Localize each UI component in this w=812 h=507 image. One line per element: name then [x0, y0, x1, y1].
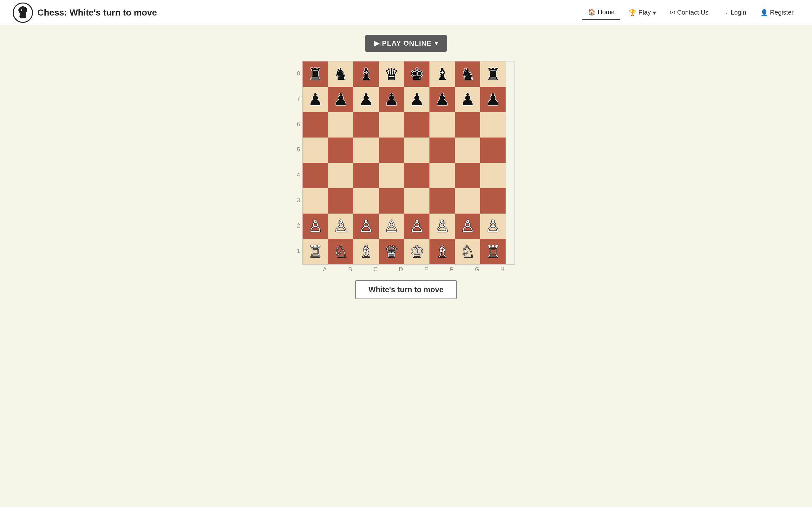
- envelope-icon: ✉: [670, 9, 675, 16]
- cell-4-3[interactable]: [353, 163, 379, 188]
- cell-1-8[interactable]: ♖: [480, 239, 506, 264]
- cell-4-2[interactable]: [328, 163, 353, 188]
- cell-6-8[interactable]: [480, 112, 506, 137]
- rank-4: 4: [297, 162, 300, 187]
- cell-5-3[interactable]: [353, 137, 379, 163]
- cell-4-6[interactable]: [429, 163, 455, 188]
- cell-7-8[interactable]: ♟: [480, 87, 506, 112]
- cell-4-1[interactable]: [303, 163, 328, 188]
- cell-2-2[interactable]: ♙: [328, 214, 353, 239]
- play-online-dropdown-icon: ▾: [435, 40, 438, 47]
- cell-7-2[interactable]: ♟: [328, 87, 353, 112]
- cell-8-5[interactable]: ♚: [404, 61, 429, 87]
- nav-login[interactable]: → Login: [717, 6, 752, 19]
- nav-contact[interactable]: ✉ Contact Us: [664, 6, 714, 20]
- file-h: H: [490, 265, 515, 273]
- file-c: C: [363, 265, 388, 273]
- cell-1-4[interactable]: ♕: [379, 239, 404, 264]
- svg-point-0: [21, 9, 22, 11]
- nav-home[interactable]: 🏠 Home: [582, 5, 620, 20]
- cell-5-7[interactable]: [455, 137, 480, 163]
- cell-8-2[interactable]: ♞: [328, 61, 353, 87]
- status-text: White's turn to move: [368, 285, 444, 294]
- cell-8-7[interactable]: ♞: [455, 61, 480, 87]
- cell-5-4[interactable]: [379, 137, 404, 163]
- rank-7: 7: [297, 86, 300, 112]
- cell-8-6[interactable]: ♝: [429, 61, 455, 87]
- cell-5-8[interactable]: [480, 137, 506, 163]
- file-b: B: [338, 265, 363, 273]
- rank-labels: 8 7 6 5 4 3 2 1: [297, 61, 302, 274]
- nav-register[interactable]: 👤 Register: [755, 6, 799, 20]
- cell-7-6[interactable]: ♟: [429, 87, 455, 112]
- cell-2-7[interactable]: ♙: [455, 214, 480, 239]
- rank-2: 2: [297, 213, 300, 238]
- cell-2-8[interactable]: ♙: [480, 214, 506, 239]
- cell-1-5[interactable]: ♔: [404, 239, 429, 264]
- cell-4-5[interactable]: [404, 163, 429, 188]
- brand: Chess: White's turn to move: [13, 3, 582, 23]
- cell-4-4[interactable]: [379, 163, 404, 188]
- file-e: E: [414, 265, 439, 273]
- file-d: D: [388, 265, 414, 273]
- rank-3: 3: [297, 187, 300, 213]
- cell-7-5[interactable]: ♟: [404, 87, 429, 112]
- cell-2-3[interactable]: ♙: [353, 214, 379, 239]
- file-g: G: [464, 265, 490, 273]
- cell-1-7[interactable]: ♘: [455, 239, 480, 264]
- cell-8-1[interactable]: ♜: [303, 61, 328, 87]
- cell-1-3[interactable]: ♗: [353, 239, 379, 264]
- cell-7-7[interactable]: ♟: [455, 87, 480, 112]
- cell-3-7[interactable]: [455, 188, 480, 214]
- cell-3-6[interactable]: [429, 188, 455, 214]
- chess-board[interactable]: ♜♞♝♛♚♝♞♜♟♟♟♟♟♟♟♟♙♙♙♙♙♙♙♙♖♘♗♕♔♗♘♖: [302, 61, 515, 265]
- cell-8-8[interactable]: ♜: [480, 61, 506, 87]
- cell-2-4[interactable]: ♙: [379, 214, 404, 239]
- cell-5-2[interactable]: [328, 137, 353, 163]
- rank-5: 5: [297, 137, 300, 162]
- cell-6-3[interactable]: [353, 112, 379, 137]
- cell-3-3[interactable]: [353, 188, 379, 214]
- cell-3-8[interactable]: [480, 188, 506, 214]
- board-with-ranks: 8 7 6 5 4 3 2 1 ♜♞♝♛♚♝♞♜♟♟♟♟♟♟♟♟♙♙♙♙♙♙♙♙…: [297, 61, 515, 274]
- cell-1-1[interactable]: ♖: [303, 239, 328, 264]
- play-online-button[interactable]: ▶ PLAY ONLINE ▾: [365, 35, 447, 52]
- cell-3-2[interactable]: [328, 188, 353, 214]
- cell-3-4[interactable]: [379, 188, 404, 214]
- nav-play[interactable]: 🏆 Play ▾: [623, 6, 662, 20]
- cell-8-4[interactable]: ♛: [379, 61, 404, 87]
- rank-6: 6: [297, 112, 300, 137]
- cell-7-4[interactable]: ♟: [379, 87, 404, 112]
- cell-3-1[interactable]: [303, 188, 328, 214]
- cell-1-6[interactable]: ♗: [429, 239, 455, 264]
- nav-items: 🏠 Home 🏆 Play ▾ ✉ Contact Us → Login 👤 R…: [582, 5, 799, 20]
- cell-7-1[interactable]: ♟: [303, 87, 328, 112]
- cell-6-4[interactable]: [379, 112, 404, 137]
- rank-8: 8: [297, 61, 300, 86]
- cell-6-1[interactable]: [303, 112, 328, 137]
- cell-2-5[interactable]: ♙: [404, 214, 429, 239]
- cell-2-6[interactable]: ♙: [429, 214, 455, 239]
- cell-5-6[interactable]: [429, 137, 455, 163]
- board-column: ♜♞♝♛♚♝♞♜♟♟♟♟♟♟♟♟♙♙♙♙♙♙♙♙♖♘♗♕♔♗♘♖ A B C D…: [302, 61, 515, 274]
- cell-1-2[interactable]: ♘: [328, 239, 353, 264]
- cell-3-5[interactable]: [404, 188, 429, 214]
- status-box: White's turn to move: [355, 280, 457, 299]
- play-dropdown-icon: ▾: [653, 9, 656, 16]
- cell-2-1[interactable]: ♙: [303, 214, 328, 239]
- cell-7-3[interactable]: ♟: [353, 87, 379, 112]
- cell-6-6[interactable]: [429, 112, 455, 137]
- cell-5-1[interactable]: [303, 137, 328, 163]
- brand-logo: [13, 3, 33, 23]
- horse-icon: [15, 5, 31, 20]
- navbar: Chess: White's turn to move 🏠 Home 🏆 Pla…: [0, 0, 812, 25]
- cell-6-5[interactable]: [404, 112, 429, 137]
- cell-4-8[interactable]: [480, 163, 506, 188]
- cell-5-5[interactable]: [404, 137, 429, 163]
- cell-6-2[interactable]: [328, 112, 353, 137]
- cell-4-7[interactable]: [455, 163, 480, 188]
- cell-8-3[interactable]: ♝: [353, 61, 379, 87]
- play-icon: 🏆: [629, 9, 637, 16]
- login-icon: →: [722, 9, 729, 16]
- cell-6-7[interactable]: [455, 112, 480, 137]
